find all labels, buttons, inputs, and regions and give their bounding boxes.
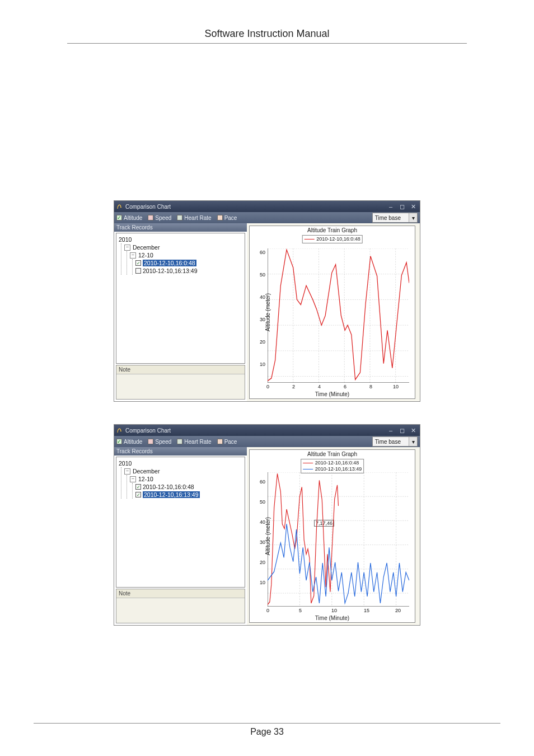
screenshot-2: Comparison Chart – ◻ ✕ ✓Altitude Speed H… [114, 424, 420, 626]
maximize-button[interactable]: ◻ [397, 426, 406, 434]
chart-title: Altitude Train Graph [250, 227, 415, 233]
track-item[interactable]: ✓ 2010-12-10,16:13:49 [135, 491, 242, 499]
tree-collapse-icon[interactable]: − [130, 252, 136, 259]
title-bar: Comparison Chart – ◻ ✕ [114, 201, 420, 212]
note-panel: Note [116, 589, 245, 623]
chevron-down-icon: ▾ [409, 437, 417, 446]
close-button[interactable]: ✕ [409, 426, 418, 434]
minimize-button[interactable]: – [386, 426, 395, 434]
chart-title: Altitude Train Graph [250, 451, 415, 457]
doc-footer: Page 33 [34, 723, 500, 737]
track-checkbox-checked[interactable]: ✓ [135, 260, 141, 266]
series-toolbar: ✓Altitude Speed Heart Rate Pace Time bas… [114, 212, 420, 223]
note-header: Note [116, 365, 245, 374]
track-item[interactable]: ✓ 2010-12-10,16:0:48 [135, 259, 242, 267]
chart-xlabel: Time (Minute) [250, 615, 415, 621]
track-records-tree[interactable]: 2010 −December −12-10 ✓ 2010-12-10,16:0:… [116, 457, 245, 588]
speed-checkbox[interactable]: Speed [148, 215, 171, 221]
altitude-checkbox[interactable]: ✓Altitude [116, 215, 142, 221]
chevron-down-icon: ▾ [409, 213, 417, 222]
time-base-select[interactable]: Time base ▾ [372, 213, 418, 223]
track-records-header: Track Records [114, 447, 247, 456]
time-base-select[interactable]: Time base ▾ [372, 436, 418, 447]
note-header: Note [116, 589, 245, 598]
altitude-chart: Altitude Train Graph 2010-12-10,16:0:48 … [249, 449, 415, 623]
track-item[interactable]: ✓ 2010-12-10,16:0:48 [135, 483, 242, 491]
app-icon [116, 427, 123, 434]
altitude-checkbox[interactable]: ✓Altitude [116, 439, 142, 445]
speed-checkbox[interactable]: Speed [148, 439, 171, 445]
chart-plot-area [268, 248, 409, 383]
tree-collapse-icon[interactable]: − [130, 476, 136, 482]
doc-header: Software Instruction Manual [67, 28, 467, 44]
maximize-button[interactable]: ◻ [397, 203, 406, 210]
window-title: Comparison Chart [125, 428, 171, 434]
note-panel: Note [116, 365, 245, 400]
track-item[interactable]: 2010-12-10,16:13:49 [135, 267, 242, 275]
screenshot-1: Comparison Chart – ◻ ✕ ✓Altitude Speed H… [114, 200, 420, 402]
track-checkbox-checked[interactable]: ✓ [135, 492, 141, 497]
chart-legend: 2010-12-10,16:0:48 2010-12-10,16:13:49 [301, 459, 364, 473]
track-records-header: Track Records [114, 223, 247, 232]
track-records-tree[interactable]: 2010 −December −12-10 ✓ 2010-12-10,16:0:… [116, 233, 245, 364]
title-bar: Comparison Chart – ◻ ✕ [114, 425, 420, 436]
chart-plot-area [268, 472, 409, 607]
chart-xlabel: Time (Minute) [250, 391, 415, 397]
heart-rate-checkbox[interactable]: Heart Rate [177, 215, 211, 221]
series-toolbar: ✓Altitude Speed Heart Rate Pace Time bas… [114, 436, 420, 447]
pace-checkbox[interactable]: Pace [217, 215, 237, 221]
close-button[interactable]: ✕ [409, 203, 418, 210]
window-title: Comparison Chart [125, 204, 171, 210]
app-icon [116, 203, 123, 210]
chart-legend: 2010-12-10,16:0:48 [302, 235, 363, 243]
heart-rate-checkbox[interactable]: Heart Rate [177, 439, 211, 445]
tree-collapse-icon[interactable]: − [124, 468, 130, 475]
pace-checkbox[interactable]: Pace [217, 439, 237, 445]
altitude-chart: Altitude Train Graph 2010-12-10,16:0:48 … [249, 226, 415, 399]
track-checkbox-unchecked[interactable] [135, 268, 141, 274]
minimize-button[interactable]: – [386, 203, 395, 210]
tree-collapse-icon[interactable]: − [124, 245, 130, 251]
track-checkbox-checked[interactable]: ✓ [135, 484, 141, 490]
